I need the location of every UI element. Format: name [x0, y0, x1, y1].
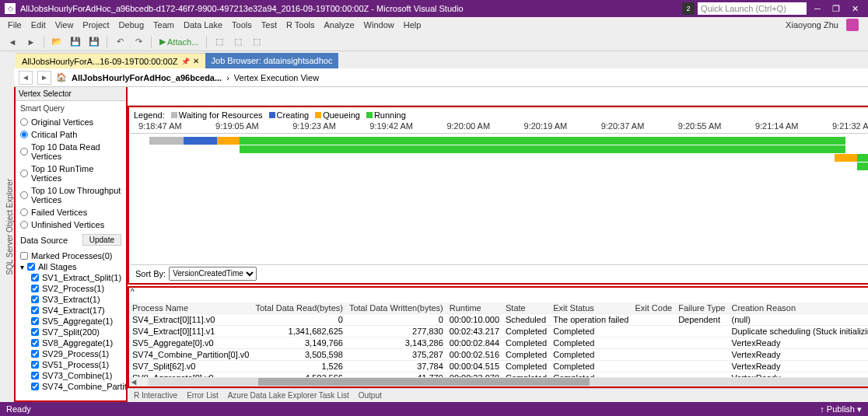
- panel-header: Vertex Selector: [16, 87, 126, 101]
- pin-icon[interactable]: 📌: [181, 58, 190, 65]
- process-table: Process NameTotal Data Read(bytes)Total …: [129, 302, 868, 377]
- all-stages-check[interactable]: [27, 263, 35, 271]
- user-name[interactable]: Xiaoyong Zhu: [781, 20, 843, 30]
- status-bar: Ready ↑ Publish ▾: [0, 402, 868, 416]
- close-button[interactable]: ✕: [847, 4, 863, 13]
- stage-check[interactable]: [31, 274, 39, 281]
- menu-item[interactable]: File: [3, 20, 26, 30]
- col-header[interactable]: Failure Type: [675, 302, 728, 314]
- stage-check[interactable]: [31, 350, 39, 358]
- smart-query-label: Smart Query: [16, 101, 126, 116]
- menu-item[interactable]: Edit: [26, 20, 51, 30]
- back-icon[interactable]: ◄: [19, 71, 33, 85]
- close-tab-icon[interactable]: ✕: [193, 57, 199, 65]
- data-source-label: Data Source: [20, 236, 68, 245]
- stage-check[interactable]: [31, 295, 39, 303]
- expand-icon[interactable]: ^: [131, 288, 135, 296]
- menu-item[interactable]: Project: [78, 20, 114, 30]
- stage-check[interactable]: [31, 361, 39, 369]
- radio-option[interactable]: [20, 221, 28, 229]
- menu-item[interactable]: View: [51, 20, 79, 30]
- home-icon[interactable]: 🏠: [56, 72, 67, 82]
- radio-option[interactable]: [20, 118, 28, 126]
- undo-icon[interactable]: ↶: [112, 35, 128, 49]
- attach-button[interactable]: ▶ Attach...: [156, 37, 201, 47]
- menu-item[interactable]: Test: [257, 20, 282, 30]
- save-all-icon[interactable]: 💾: [86, 35, 102, 49]
- vertex-selector-panel: Vertex Selector Smart Query Original Ver…: [14, 87, 128, 402]
- bottom-tool-tabs: R Interactive Error List Azure Data Lake…: [128, 388, 868, 402]
- menu-item[interactable]: Data Lake: [179, 20, 227, 30]
- update-button[interactable]: Update: [82, 234, 121, 246]
- table-row[interactable]: SV4_Extract[0][11].v11,341,682,625277,83…: [129, 326, 868, 337]
- col-header[interactable]: Total Data Read(bytes): [252, 302, 346, 314]
- document-tabs: AllJobsHourlyForA...16-09-19T00:00:00Z 📌…: [14, 51, 868, 68]
- sort-by-select[interactable]: VersionCreatedTime: [169, 267, 257, 281]
- step-icon[interactable]: ⬚: [212, 35, 227, 49]
- doc-tab[interactable]: Job Browser: datainsightsadhoc: [205, 53, 339, 68]
- breadcrumb-item: Vertex Execution View: [234, 73, 319, 82]
- table-row[interactable]: SV5_Aggregate[0].v03,149,7663,143,28600:…: [129, 337, 868, 349]
- notification-flag-icon[interactable]: 2: [682, 2, 695, 15]
- window-title: AllJobsHourlyForAdHoc_a96bcedb-d172-46f7…: [20, 4, 682, 13]
- process-table-panel: ^ Save as Csv File Process NameTotal Dat…: [128, 286, 868, 388]
- table-row[interactable]: SV7_Split[62].v01,52637,78400:00:04.515C…: [129, 361, 868, 372]
- menu-item[interactable]: Debug: [114, 20, 149, 30]
- avatar[interactable]: [846, 19, 859, 31]
- toolbar: ◄ ► 📂 💾 💾 ↶ ↷ ▶ Attach... ⬚ ⬚ ⬚: [0, 33, 868, 51]
- menu-item[interactable]: Help: [399, 20, 426, 30]
- h-scrollbar[interactable]: ◄►: [129, 377, 868, 386]
- left-tool-tabs: SQL Server Object Explorer Cloud Explore…: [0, 51, 14, 402]
- side-tab[interactable]: SQL Server Object Explorer: [5, 176, 14, 278]
- doc-tab-active[interactable]: AllJobsHourlyForA...16-09-19T00:00:00Z 📌…: [16, 53, 205, 68]
- col-header[interactable]: Total Data Written(bytes): [346, 302, 446, 314]
- open-icon[interactable]: 📂: [49, 35, 65, 49]
- stage-check[interactable]: [31, 328, 39, 336]
- gantt-chart: ^ Legend: Waiting for Resources Creating…: [128, 106, 868, 285]
- publish-button[interactable]: ↑ Publish ▾: [820, 404, 862, 414]
- fwd-icon[interactable]: ►: [37, 71, 51, 85]
- menu-item[interactable]: Tools: [227, 20, 257, 30]
- radio-option[interactable]: [20, 170, 28, 177]
- menu-item[interactable]: Team: [149, 20, 179, 30]
- tool-tab[interactable]: Output: [359, 391, 382, 400]
- nav-back-icon[interactable]: ◄: [5, 35, 20, 49]
- quick-launch-input[interactable]: Quick Launch (Ctrl+Q): [698, 2, 807, 15]
- col-header[interactable]: Runtime: [446, 302, 502, 314]
- col-header[interactable]: Exit Code: [632, 302, 675, 314]
- col-header[interactable]: Process Name: [129, 302, 252, 314]
- radio-option[interactable]: [20, 208, 28, 216]
- marked-check[interactable]: [20, 252, 28, 260]
- menu-bar: File Edit View Project Debug Team Data L…: [0, 17, 868, 33]
- step-icon[interactable]: ⬚: [249, 35, 264, 49]
- table-row[interactable]: SV74_Combine_Partition[0].v03,505,598375…: [129, 349, 868, 361]
- menu-item[interactable]: R Tools: [282, 20, 319, 30]
- menu-item[interactable]: Window: [359, 20, 399, 30]
- stage-check[interactable]: [31, 339, 39, 347]
- col-header[interactable]: State: [502, 302, 550, 314]
- stage-check[interactable]: [31, 285, 39, 292]
- tool-tab[interactable]: Azure Data Lake Explorer Task List: [228, 391, 349, 400]
- stage-check[interactable]: [31, 306, 39, 314]
- restore-button[interactable]: ❐: [828, 4, 845, 13]
- save-icon[interactable]: 💾: [68, 35, 83, 49]
- menu-item[interactable]: Analyze: [319, 20, 359, 30]
- status-left: Ready: [6, 404, 31, 414]
- radio-option[interactable]: [20, 131, 28, 138]
- redo-icon[interactable]: ↷: [131, 35, 146, 49]
- stage-check[interactable]: [31, 372, 39, 379]
- table-row[interactable]: SV4_Extract[0][11].v00000:00:10.000Sched…: [129, 314, 868, 326]
- minimize-button[interactable]: ─: [810, 4, 825, 13]
- breadcrumb-item[interactable]: AllJobsHourlyForAdHoc_a96bceda...: [72, 73, 222, 82]
- tool-tab[interactable]: Error List: [187, 391, 219, 400]
- tool-tab[interactable]: R Interactive: [134, 391, 177, 400]
- col-header[interactable]: Exit Status: [550, 302, 632, 314]
- radio-option[interactable]: [20, 191, 28, 199]
- stage-check[interactable]: [31, 317, 39, 325]
- radio-option[interactable]: [20, 148, 28, 156]
- stage-check[interactable]: [31, 383, 39, 390]
- nav-fwd-icon[interactable]: ►: [23, 35, 39, 49]
- col-header[interactable]: Creation Reason: [728, 302, 868, 314]
- step-icon[interactable]: ⬚: [230, 35, 246, 49]
- vs-logo-icon: ◇: [5, 3, 16, 14]
